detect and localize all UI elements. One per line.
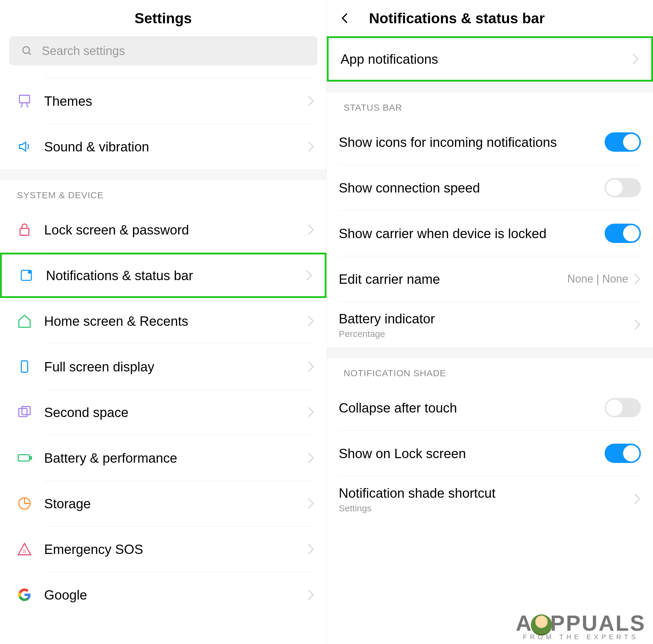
svg-rect-6 [22,361,28,372]
settings-item-shade-shortcut[interactable]: Notification shade shortcut Settings [327,476,653,522]
search-icon [21,45,33,56]
chevron-right-icon [634,319,641,330]
chevron-right-icon [307,141,314,153]
settings-item-label: App notifications [341,51,632,67]
chevron-right-icon [307,589,314,601]
chevron-right-icon [307,315,314,327]
settings-item-label: Storage [44,495,307,512]
sound-icon [17,139,32,154]
page-title: Settings [135,10,192,27]
toggle-collapse-touch[interactable] [605,398,641,417]
settings-item-battery-performance[interactable]: Battery & performance [0,435,326,480]
watermark-logo-icon [531,614,552,636]
chevron-right-icon [307,452,314,464]
svg-text:S: S [23,548,26,554]
chevron-right-icon [307,224,314,236]
settings-item-label: Show icons for incoming notifications [339,134,605,150]
svg-rect-8 [22,406,30,415]
settings-item-show-carrier-locked[interactable]: Show carrier when device is locked [327,210,653,256]
settings-item-label: Collapse after touch [339,399,605,416]
settings-item-battery-indicator[interactable]: Battery indicator Percentage [327,302,653,347]
storage-icon [17,496,32,511]
settings-item-sound-vibration[interactable]: Sound & vibration [0,124,326,169]
settings-item-label: Google [44,587,307,603]
settings-screen: Settings Search settings Themes Sound & … [0,0,327,644]
settings-item-label: Battery indicator [339,311,634,327]
settings-item-storage[interactable]: Storage [0,481,326,526]
back-button[interactable] [339,12,351,24]
chevron-right-icon [307,95,314,107]
chevron-right-icon [307,406,314,418]
toggle-show-lock-screen[interactable] [605,444,641,463]
chevron-right-icon [634,493,641,505]
settings-item-label: Show on Lock screen [339,445,605,462]
watermark: A PPUALS FROM THE EXPERTS [516,611,646,641]
battery-icon [17,450,32,465]
settings-item-label: Sound & vibration [44,139,307,155]
svg-rect-2 [19,95,29,103]
settings-item-edit-carrier-name[interactable]: Edit carrier name None | None [327,256,653,302]
watermark-brand-post: PPUALS [550,611,646,636]
section-header-status-bar: STATUS BAR [327,92,653,119]
settings-item-sublabel: Percentage [339,329,634,339]
chevron-right-icon [634,273,641,285]
settings-item-themes[interactable]: Themes [0,78,326,124]
settings-item-show-connection-speed[interactable]: Show connection speed [327,165,653,210]
display-icon [17,359,32,374]
settings-item-label: Battery & performance [44,450,307,466]
settings-item-label: Show carrier when device is locked [339,225,605,242]
home-icon [17,314,32,328]
search-input[interactable]: Search settings [9,36,317,65]
notifications-icon [19,268,34,283]
toggle-show-icons[interactable] [605,132,641,152]
settings-item-label: Home screen & Recents [44,313,307,329]
settings-item-label: Themes [44,93,307,109]
search-placeholder: Search settings [42,44,125,58]
svg-point-5 [28,271,31,273]
settings-item-label: Edit carrier name [339,271,567,288]
lock-icon [17,222,32,237]
svg-rect-9 [18,455,30,461]
watermark-brand-pre: A [516,611,533,636]
toggle-carrier-locked[interactable] [605,224,641,243]
svg-rect-3 [20,228,29,236]
chevron-right-icon [307,361,314,373]
second-space-icon [17,405,32,420]
title-bar: Notifications & status bar [327,0,653,36]
settings-item-app-notifications[interactable]: App notifications [327,36,653,81]
chevron-right-icon [307,497,314,510]
chevron-right-icon [305,269,313,281]
carrier-name-value: None | None [567,273,628,285]
toggle-connection-speed[interactable] [605,178,641,197]
chevron-right-icon [632,53,639,65]
settings-item-show-on-lock-screen[interactable]: Show on Lock screen [327,431,653,476]
svg-rect-7 [19,408,27,417]
google-icon [17,587,32,602]
svg-line-1 [29,53,31,55]
settings-item-full-screen-display[interactable]: Full screen display [0,344,326,389]
section-header-system-device: SYSTEM & DEVICE [0,179,326,207]
settings-item-label: Second space [44,404,307,421]
notifications-status-bar-screen: Notifications & status bar App notificat… [327,0,653,644]
svg-rect-10 [30,456,31,459]
settings-item-label: Notification shade shortcut [339,485,634,501]
settings-item-sublabel: Settings [339,503,634,514]
settings-item-label: Notifications & status bar [46,267,305,284]
settings-item-second-space[interactable]: Second space [0,390,326,435]
settings-item-lock-screen-password[interactable]: Lock screen & password [0,207,326,252]
title-bar: Settings [0,0,326,36]
settings-item-label: Emergency SOS [44,541,307,558]
settings-item-google[interactable]: Google [0,572,326,617]
chevron-right-icon [307,543,314,555]
settings-item-show-icons-incoming[interactable]: Show icons for incoming notifications [327,119,653,165]
settings-item-emergency-sos[interactable]: S Emergency SOS [0,526,326,572]
settings-item-label: Show connection speed [339,179,605,196]
svg-point-0 [23,47,30,53]
settings-item-label: Full screen display [44,358,307,375]
settings-item-notifications-status-bar[interactable]: Notifications & status bar [0,253,326,298]
settings-item-home-screen-recents[interactable]: Home screen & Recents [0,298,326,344]
sos-icon: S [17,542,32,557]
section-header-notification-shade: NOTIFICATION SHADE [327,357,653,385]
page-title: Notifications & status bar [369,10,545,27]
settings-item-collapse-after-touch[interactable]: Collapse after touch [327,385,653,430]
